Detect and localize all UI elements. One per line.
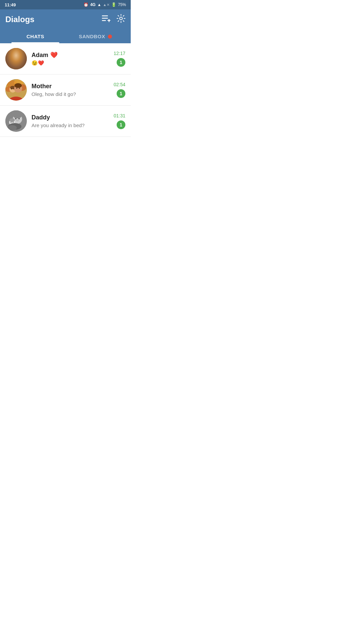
header-top: Dialogs — [5, 14, 125, 25]
svg-rect-0 — [102, 15, 108, 16]
settings-icon[interactable] — [117, 14, 125, 25]
battery-icon: 🔋 — [111, 2, 116, 7]
svg-point-10 — [9, 65, 23, 69]
svg-point-35 — [13, 114, 21, 118]
signal-x-icon: ▲✕ — [103, 3, 110, 7]
svg-point-25 — [11, 89, 12, 90]
svg-point-36 — [15, 118, 16, 119]
chat-meta-adam: 12:17 1 — [114, 51, 125, 67]
unread-badge-daddy: 1 — [117, 120, 125, 129]
svg-point-15 — [17, 55, 19, 57]
chat-meta-daddy: 01:31 1 — [114, 113, 125, 129]
svg-point-44 — [7, 125, 17, 130]
unread-badge-adam: 1 — [117, 58, 125, 67]
svg-point-29 — [16, 88, 17, 89]
status-bar: 11:49 ⏰ 4G ▲ ▲✕ 🔋 75% — [0, 0, 131, 9]
svg-rect-2 — [102, 20, 106, 21]
chat-name-row-daddy: Daddy — [32, 114, 109, 121]
svg-point-30 — [19, 88, 20, 89]
svg-point-14 — [13, 55, 15, 57]
chat-item-mother[interactable]: Mother Oleg, how did it go? 02:54 1 — [0, 74, 131, 106]
svg-point-40 — [9, 118, 15, 122]
svg-point-38 — [16, 119, 19, 121]
status-time: 11:49 — [5, 2, 16, 7]
svg-rect-5 — [108, 20, 111, 21]
4g-label: 4G — [90, 2, 96, 7]
sandbox-notification-dot — [108, 35, 112, 39]
avatar-daddy — [5, 110, 27, 132]
avatar-mother — [5, 79, 27, 101]
battery-percent: 75% — [118, 2, 126, 7]
chat-time-mother: 02:54 — [114, 82, 125, 87]
chat-name-adam: Adam — [32, 52, 48, 59]
svg-point-12 — [12, 57, 20, 63]
unread-badge-mother: 1 — [117, 89, 125, 98]
svg-point-13 — [12, 51, 20, 56]
status-icons: ⏰ 4G ▲ ▲✕ 🔋 75% — [83, 2, 126, 7]
svg-point-6 — [120, 17, 122, 20]
chat-content-daddy: Daddy Are you already in bed? — [32, 114, 109, 128]
chat-preview-daddy: Are you already in bed? — [32, 122, 109, 128]
svg-point-16 — [15, 57, 17, 58]
alarm-icon: ⏰ — [83, 2, 88, 7]
signal-icon: ▲ — [97, 2, 101, 7]
avatar-adam — [5, 48, 27, 69]
chat-time-daddy: 01:31 — [114, 113, 125, 118]
svg-rect-8 — [5, 48, 27, 69]
svg-point-28 — [14, 83, 22, 88]
chat-meta-mother: 02:54 1 — [114, 82, 125, 98]
svg-point-7 — [5, 48, 27, 69]
svg-point-42 — [13, 122, 14, 123]
tab-chats[interactable]: CHATS — [5, 30, 65, 43]
chat-name-mother: Mother — [32, 83, 52, 90]
chat-item-adam[interactable]: Adam ❤️ 😉❤️ 12:17 1 — [0, 43, 131, 74]
svg-point-37 — [18, 118, 20, 119]
chat-time-adam: 12:17 — [114, 51, 125, 56]
chat-name-row-mother: Mother — [32, 83, 109, 90]
header: Dialogs CHATS — [0, 9, 131, 43]
chat-list: Adam ❤️ 😉❤️ 12:17 1 — [0, 43, 131, 137]
chat-name-row-adam: Adam ❤️ — [32, 51, 109, 59]
chat-preview-mother: Oleg, how did it go? — [32, 91, 109, 97]
header-actions — [102, 14, 125, 25]
chat-preview-adam: 😉❤️ — [32, 60, 109, 66]
page-title: Dialogs — [5, 15, 35, 24]
svg-point-9 — [6, 48, 26, 62]
svg-rect-1 — [102, 18, 108, 19]
add-chat-icon[interactable] — [102, 15, 111, 24]
tab-sandbox[interactable]: SANDBOX — [65, 30, 125, 43]
chat-content-mother: Mother Oleg, how did it go? — [32, 83, 109, 97]
chat-item-daddy[interactable]: Daddy Are you already in bed? 01:31 1 — [0, 106, 131, 137]
chat-content-adam: Adam ❤️ 😉❤️ — [32, 51, 109, 66]
chat-name-emoji-adam: ❤️ — [50, 51, 58, 59]
svg-point-11 — [11, 51, 21, 62]
tabs: CHATS SANDBOX — [5, 30, 125, 43]
chat-name-daddy: Daddy — [32, 114, 50, 121]
svg-point-41 — [11, 122, 12, 123]
